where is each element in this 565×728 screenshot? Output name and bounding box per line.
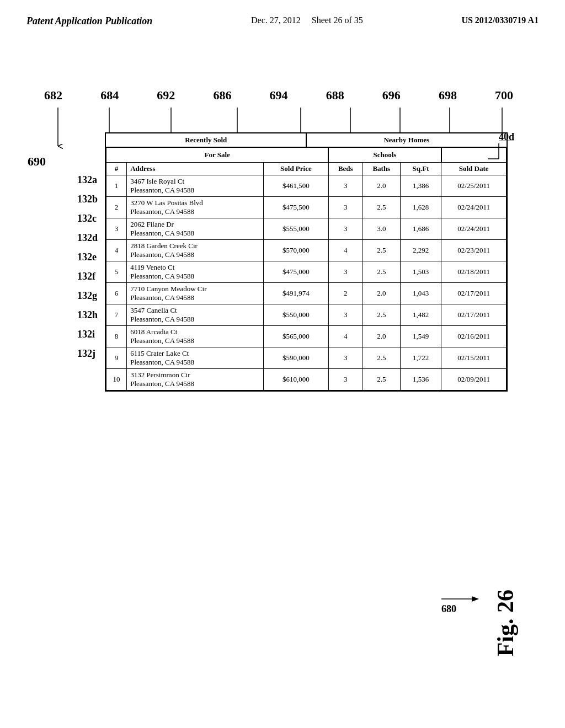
ref-698: 698	[439, 88, 457, 103]
col-header-beds: Beds	[328, 163, 363, 175]
cell-baths: 2.0	[363, 326, 400, 347]
cell-sold-date: 02/23/2011	[441, 240, 507, 261]
diagram-area: 682 684 692 686 694 688 696 698 700 690	[44, 88, 519, 673]
publication-info: Dec. 27, 2012 Sheet 26 of 35	[251, 15, 363, 25]
col-header-sqft: Sq.Ft	[400, 163, 441, 175]
cell-address: 4119 Veneto Ct Pleasanton, CA 94588	[127, 261, 264, 283]
cell-sold-price: $461,500	[264, 175, 329, 197]
table-row: 2 3270 W Las Positas Blvd Pleasanton, CA…	[106, 197, 507, 218]
row-label-132e: 132e	[77, 251, 97, 263]
cell-address: 3132 Persimmon Cir Pleasanton, CA 94588	[127, 369, 264, 390]
table-row: 3 2062 Filane Dr Pleasanton, CA 94588 $5…	[106, 218, 507, 240]
cell-baths: 2.5	[363, 197, 400, 218]
page-header: Patent Application Publication Dec. 27, …	[0, 0, 565, 27]
cell-sold-price: $550,000	[264, 304, 329, 326]
cell-beds: 3	[328, 218, 363, 240]
patent-number: US 2012/0330719 A1	[461, 15, 539, 25]
cell-address: 2818 Garden Creek Cir Pleasanton, CA 945…	[127, 240, 264, 261]
property-table: Recently Sold Nearby Homes For Sale Scho…	[106, 133, 507, 390]
cell-sold-price: $475,000	[264, 261, 329, 283]
table-row: 9 6115 Crater Lake Ct Pleasanton, CA 945…	[106, 347, 507, 369]
cell-address: 6115 Crater Lake Ct Pleasanton, CA 94588	[127, 347, 264, 369]
row-label-132d: 132d	[77, 232, 98, 244]
table-row: 4 2818 Garden Creek Cir Pleasanton, CA 9…	[106, 240, 507, 261]
cell-sqft: 1,686	[400, 218, 441, 240]
cell-sold-date: 02/17/2011	[441, 283, 507, 304]
ref-688: 688	[326, 88, 344, 103]
cell-sold-date: 02/24/2011	[441, 218, 507, 240]
row-label-132a: 132a	[77, 174, 97, 186]
cell-beds: 3	[328, 304, 363, 326]
cell-num: 3	[106, 218, 127, 240]
cell-sold-price: $555,000	[264, 218, 329, 240]
cell-num: 2	[106, 197, 127, 218]
section-for-sale: For Sale	[110, 149, 324, 160]
cell-sqft: 1,482	[400, 304, 441, 326]
ref-40d: 40d	[499, 131, 514, 143]
cell-sold-date: 02/16/2011	[441, 326, 507, 347]
col-header-num: #	[106, 163, 127, 175]
cell-baths: 2.0	[363, 283, 400, 304]
cell-num: 1	[106, 175, 127, 197]
cell-address: 7710 Canyon Meadow Cir Pleasanton, CA 94…	[127, 283, 264, 304]
cell-num: 10	[106, 369, 127, 390]
cell-sqft: 1,043	[400, 283, 441, 304]
col-header-baths: Baths	[363, 163, 400, 175]
cell-sold-price: $610,000	[264, 369, 329, 390]
table-row: 6 7710 Canyon Meadow Cir Pleasanton, CA …	[106, 283, 507, 304]
ref-682: 682	[44, 88, 62, 103]
ref-692: 692	[157, 88, 175, 103]
cell-address: 3270 W Las Positas Blvd Pleasanton, CA 9…	[127, 197, 264, 218]
main-table-wrapper: Recently Sold Nearby Homes For Sale Scho…	[105, 132, 508, 392]
table-row: 7 3547 Canella Ct Pleasanton, CA 94588 $…	[106, 304, 507, 326]
cell-beds: 2	[328, 283, 363, 304]
cell-address: 3467 Isle Royal Ct Pleasanton, CA 94588	[127, 175, 264, 197]
cell-address: 6018 Arcadia Ct Pleasanton, CA 94588	[127, 326, 264, 347]
table-row: 5 4119 Veneto Ct Pleasanton, CA 94588 $4…	[106, 261, 507, 283]
cell-beds: 4	[328, 240, 363, 261]
cell-baths: 2.5	[363, 240, 400, 261]
row-label-132f: 132f	[77, 271, 95, 282]
cell-sold-price: $565,000	[264, 326, 329, 347]
ref-680: 680	[441, 588, 486, 612]
cell-baths: 3.0	[363, 218, 400, 240]
cell-sqft: 1,628	[400, 197, 441, 218]
cell-baths: 2.5	[363, 347, 400, 369]
cell-sold-price: $590,000	[264, 347, 329, 369]
cell-num: 8	[106, 326, 127, 347]
cell-sold-price: $491,974	[264, 283, 329, 304]
cell-num: 7	[106, 304, 127, 326]
ref-700: 700	[495, 88, 513, 103]
cell-sqft: 1,536	[400, 369, 441, 390]
row-label-132j: 132j	[77, 348, 95, 360]
cell-baths: 2.5	[363, 304, 400, 326]
ref-684: 684	[100, 88, 119, 103]
tab-nearby-homes[interactable]: Nearby Homes	[307, 133, 507, 147]
tab-recently-sold[interactable]: Recently Sold	[106, 133, 307, 147]
ref-686: 686	[213, 88, 231, 103]
cell-beds: 3	[328, 175, 363, 197]
cell-beds: 3	[328, 197, 363, 218]
cell-num: 5	[106, 261, 127, 283]
cell-sqft: 1,722	[400, 347, 441, 369]
row-label-132g: 132g	[77, 290, 97, 302]
cell-sold-price: $570,000	[264, 240, 329, 261]
row-label-132b: 132b	[77, 194, 98, 205]
cell-num: 9	[106, 347, 127, 369]
cell-sold-price: $475,500	[264, 197, 329, 218]
cell-sqft: 1,386	[400, 175, 441, 197]
cell-beds: 3	[328, 369, 363, 390]
row-label-132h: 132h	[77, 309, 98, 321]
cell-sold-date: 02/15/2011	[441, 347, 507, 369]
cell-beds: 4	[328, 326, 363, 347]
cell-sold-date: 02/18/2011	[441, 261, 507, 283]
section-schools: Schools	[332, 149, 437, 160]
cell-address: 2062 Filane Dr Pleasanton, CA 94588	[127, 218, 264, 240]
table-row: 8 6018 Arcadia Ct Pleasanton, CA 94588 $…	[106, 326, 507, 347]
cell-baths: 2.5	[363, 369, 400, 390]
cell-sold-date: 02/09/2011	[441, 369, 507, 390]
publication-date: Dec. 27, 2012	[251, 15, 301, 25]
row-label-132c: 132c	[77, 213, 97, 224]
cell-baths: 2.5	[363, 261, 400, 283]
sheet-info: Sheet 26 of 35	[312, 15, 363, 25]
